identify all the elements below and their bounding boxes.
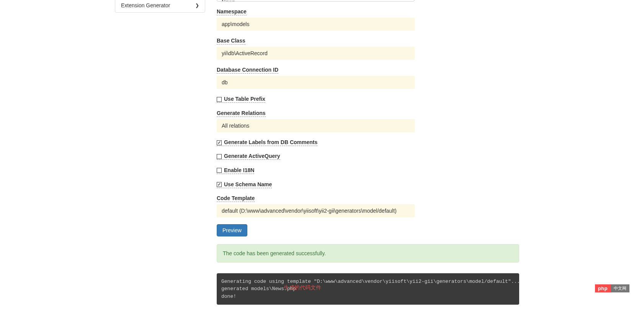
enable-i18n-label: Enable I18N [224,167,254,173]
preview-button[interactable]: Preview [217,224,247,236]
sidebar: Extension Generator ❯ [115,0,205,305]
generate-relations-value: All relations [222,123,249,129]
console-line-3: done! [221,294,236,299]
use-table-prefix-group: Use Table Prefix [217,96,519,103]
generate-activequery-label: Generate ActiveQuery [224,153,280,159]
checkbox-icon [217,168,222,173]
annotation-text: 生成的代码文件 [284,284,321,292]
namespace-input[interactable]: app\models [217,18,415,31]
generate-relations-label: Generate Relations [217,110,266,117]
code-template-label: Code Template [217,195,255,202]
use-table-prefix-label: Use Table Prefix [224,96,265,102]
sidebar-item-extension-generator[interactable]: Extension Generator ❯ [115,0,205,13]
php-badge[interactable]: php 中文网 [595,284,629,292]
base-class-value: yii\db\ActiveRecord [222,50,268,56]
generate-labels-group: Generate Labels from DB Comments [217,139,519,146]
db-connection-label: Database Connection ID [217,67,278,74]
base-class-input[interactable]: yii\db\ActiveRecord [217,47,415,60]
base-class-group: Base Class yii\db\ActiveRecord [217,38,519,60]
db-connection-group: Database Connection ID db [217,67,519,89]
namespace-group: Namespace app\models [217,8,519,31]
checkbox-icon [217,97,222,102]
generate-activequery-group: Generate ActiveQuery [217,153,519,160]
checkbox-icon [217,154,222,159]
success-alert: The code has been generated successfully… [217,244,519,263]
console-line-1: Generating code using template "D:\www\a… [221,279,520,284]
use-table-prefix-checkbox[interactable]: Use Table Prefix [217,96,265,103]
php-badge-label: php [595,284,611,292]
base-class-label: Base Class [217,38,245,44]
success-message: The code has been generated successfully… [223,250,326,256]
console-output: Generating code using template "D:\www\a… [217,273,519,305]
generate-labels-label: Generate Labels from DB Comments [224,139,317,145]
use-schema-name-group: Use Schema Name [217,181,519,188]
namespace-value: app\models [222,21,249,27]
generate-relations-group: Generate Relations All relations [217,110,519,132]
model-name-input[interactable]: News [217,0,415,2]
code-template-select[interactable]: default (D:\www\advanced\vendor\yiisoft\… [217,204,415,217]
generate-labels-checkbox[interactable]: Generate Labels from DB Comments [217,139,317,146]
php-badge-cn: 中文网 [611,284,629,292]
db-connection-value: db [222,79,228,85]
enable-i18n-group: Enable I18N [217,167,519,174]
checkbox-checked-icon [217,140,222,145]
chevron-right-icon: ❯ [195,3,199,8]
code-template-value: default (D:\www\advanced\vendor\yiisoft\… [222,208,397,214]
enable-i18n-checkbox[interactable]: Enable I18N [217,167,254,174]
model-name-value: News [222,0,235,2]
use-schema-name-label: Use Schema Name [224,181,272,187]
db-connection-input[interactable]: db [217,76,415,89]
generate-activequery-checkbox[interactable]: Generate ActiveQuery [217,153,280,160]
sidebar-item-label: Extension Generator [121,2,170,8]
generate-relations-select[interactable]: All relations [217,119,415,132]
checkbox-checked-icon [217,182,222,187]
namespace-label: Namespace [217,8,247,15]
code-template-group: Code Template default (D:\www\advanced\v… [217,195,519,217]
use-schema-name-checkbox[interactable]: Use Schema Name [217,181,272,188]
main-form: News Namespace app\models Base Class yii… [217,0,519,305]
